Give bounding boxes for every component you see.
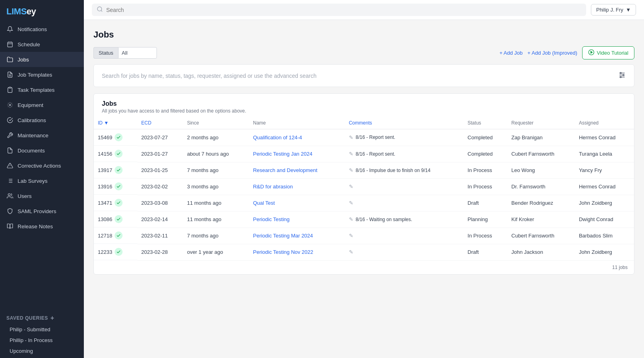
job-name-link[interactable]: Periodic Testing Nov 2022	[253, 249, 313, 255]
sidebar-item-saml-providers[interactable]: SAML Providers	[0, 204, 84, 219]
cell-status: Draft	[464, 244, 507, 260]
comment-edit-icon[interactable]: ✎	[349, 134, 353, 140]
status-badge: In Process	[468, 233, 492, 239]
sidebar-item-jobs[interactable]: Jobs	[0, 52, 84, 67]
cell-requester: Bender Rodriguez	[507, 195, 575, 211]
cell-requester: Cubert Farnsworth	[507, 227, 575, 244]
status-badge: In Process	[468, 167, 492, 173]
table-row[interactable]: 13917 2023-01-25 7 months ago Research a…	[94, 162, 634, 178]
table-row[interactable]: 13471 2023-03-08 11 months ago Qual Test…	[94, 195, 634, 211]
cell-name[interactable]: Periodic Testing Jan 2024	[249, 146, 345, 162]
cell-status: Completed	[464, 129, 507, 146]
sidebar-item-calibrations[interactable]: Calibrations	[0, 113, 84, 128]
svg-point-24	[620, 72, 621, 73]
sidebar-item-label: Documents	[18, 148, 45, 154]
add-job-link[interactable]: + Add Job	[499, 50, 523, 56]
sidebar-item-job-templates[interactable]: Job Templates	[0, 67, 84, 82]
file-text-icon	[6, 71, 14, 78]
table-row[interactable]: 12233 2023-02-28 over 1 year ago Periodi…	[94, 244, 634, 260]
cell-name[interactable]: Periodic Testing Nov 2022	[249, 244, 345, 260]
cell-since: 7 months ago	[183, 227, 249, 244]
status-filter-select[interactable]: All Draft Planning In Process Completed	[118, 47, 157, 59]
video-tutorial-button[interactable]: Video Tutorial	[582, 46, 634, 59]
cell-name[interactable]: Qualification of 124-4	[249, 129, 345, 146]
check-badge	[115, 215, 123, 223]
sidebar-item-corrective-actions[interactable]: Corrective Actions	[0, 158, 84, 173]
cell-since: 11 months ago	[183, 195, 249, 211]
table-row[interactable]: 12718 2023-02-11 7 months ago Periodic T…	[94, 227, 634, 244]
cell-assigned: Turanga Leela	[575, 146, 634, 162]
sidebar-item-release-notes[interactable]: Release Notes	[0, 219, 84, 234]
advanced-filter-icon[interactable]	[618, 71, 626, 80]
cell-assigned: Yancy Fry	[575, 162, 634, 178]
add-saved-query-icon[interactable]: +	[50, 314, 54, 322]
job-name-link[interactable]: R&D for abrasion	[253, 184, 293, 190]
cell-name[interactable]: Qual Test	[249, 195, 345, 211]
search-input[interactable]	[106, 7, 581, 13]
col-comments[interactable]: Comments	[345, 117, 464, 129]
cell-comments: ✎8/16 - Impulse due to finish on 9/14	[345, 162, 464, 178]
col-id[interactable]: ID ▼	[94, 117, 137, 129]
add-job-improved-link[interactable]: + Add Job (Improved)	[527, 50, 577, 56]
cell-since: 3 months ago	[183, 178, 249, 195]
job-name-link[interactable]: Research and Development	[253, 167, 317, 173]
user-menu-button[interactable]: Philip J. Fry ▼	[591, 4, 636, 16]
sidebar-item-label: Release Notes	[18, 224, 53, 229]
job-name-link[interactable]: Periodic Testing Jan 2024	[253, 151, 313, 157]
user-name-label: Philip J. Fry	[596, 7, 623, 13]
jobs-section: Jobs All jobs you have access to and fil…	[93, 93, 634, 275]
sidebar-item-notifications[interactable]: Notifications	[0, 22, 84, 37]
sidebar-item-users[interactable]: Users	[0, 188, 84, 204]
comment-edit-icon[interactable]: ✎	[349, 167, 353, 173]
cell-assigned: Hermes Conrad	[575, 178, 634, 195]
saved-query-phillip-in-process[interactable]: Phillip - In Process	[6, 335, 77, 346]
sidebar-item-maintenance[interactable]: Maintenance	[0, 128, 84, 143]
sidebar-item-label: Users	[18, 193, 32, 199]
app-logo[interactable]: LIMSey	[0, 0, 84, 22]
sidebar-item-documents[interactable]: Documents	[0, 143, 84, 158]
jobs-table: ID ▼ ECD Since Name Comments Status Requ…	[94, 117, 634, 261]
jobs-section-header: Jobs All jobs you have access to and fil…	[94, 94, 634, 117]
svg-point-25	[623, 74, 624, 75]
job-name-link[interactable]: Periodic Testing Mar 2024	[253, 233, 313, 239]
cell-name[interactable]: R&D for abrasion	[249, 178, 345, 195]
sidebar-item-label: Notifications	[18, 26, 47, 32]
table-row[interactable]: 13916 2023-02-02 3 months ago R&D for ab…	[94, 178, 634, 195]
cell-name[interactable]: Periodic Testing	[249, 211, 345, 227]
play-circle-icon	[588, 49, 594, 57]
comment-edit-icon[interactable]: ✎	[349, 249, 353, 255]
check-circle-icon	[6, 117, 14, 124]
table-row[interactable]: 14156 2023-01-27 about 7 hours ago Perio…	[94, 146, 634, 162]
saved-query-upcoming[interactable]: Upcoming	[6, 346, 77, 356]
cell-status: Draft	[464, 195, 507, 211]
table-row[interactable]: 13086 2023-02-14 11 months ago Periodic …	[94, 211, 634, 227]
comment-edit-icon[interactable]: ✎	[349, 151, 353, 157]
sidebar-item-schedule[interactable]: Schedule	[0, 37, 84, 52]
cell-id: 15469	[94, 129, 137, 146]
table-row[interactable]: 15469 2023-07-27 2 months ago Qualificat…	[94, 129, 634, 146]
page-content: Jobs Status All Draft Planning In Proces…	[84, 20, 644, 358]
sidebar-item-task-templates[interactable]: Task Templates	[0, 82, 84, 97]
cell-name[interactable]: Periodic Testing Mar 2024	[249, 227, 345, 244]
job-name-link[interactable]: Qualification of 124-4	[253, 134, 302, 140]
col-name: Name	[249, 117, 345, 129]
comment-edit-icon[interactable]: ✎	[349, 233, 353, 239]
cell-requester: Dr. Farnsworth	[507, 178, 575, 195]
cell-ecd: 2023-02-11	[137, 227, 183, 244]
job-search-input[interactable]	[102, 73, 618, 79]
status-badge: Completed	[468, 134, 493, 140]
col-ecd[interactable]: ECD	[137, 117, 183, 129]
video-tutorial-label: Video Tutorial	[597, 50, 628, 56]
cell-name[interactable]: Research and Development	[249, 162, 345, 178]
cell-comments: ✎	[345, 244, 464, 260]
sidebar-item-equipment[interactable]: Equipment	[0, 97, 84, 113]
job-name-link[interactable]: Qual Test	[253, 200, 275, 206]
job-name-link[interactable]: Periodic Testing	[253, 216, 290, 222]
status-badge: Planning	[468, 216, 488, 222]
comment-edit-icon[interactable]: ✎	[349, 216, 353, 222]
comment-edit-icon[interactable]: ✎	[349, 184, 353, 190]
comment-edit-icon[interactable]: ✎	[349, 200, 353, 206]
saved-query-philip-submitted[interactable]: Philip - Submitted	[6, 324, 77, 335]
search-wrap[interactable]	[92, 4, 586, 16]
sidebar-item-lab-surveys[interactable]: Lab Surveys	[0, 173, 84, 188]
